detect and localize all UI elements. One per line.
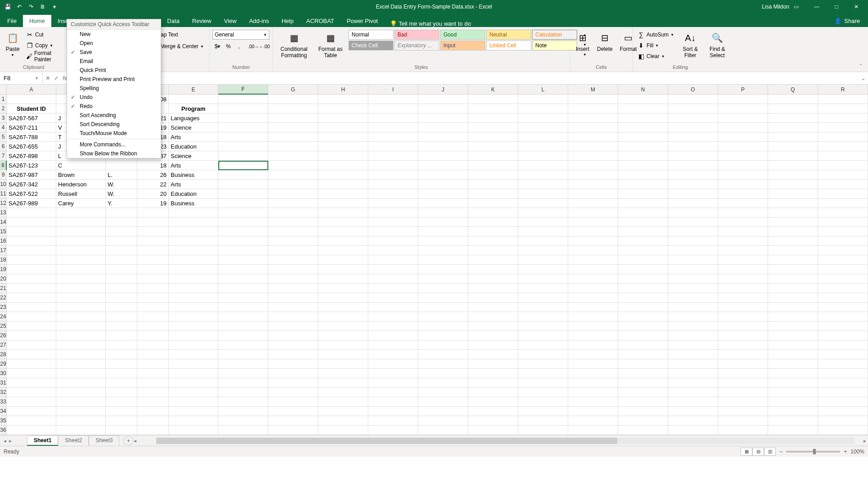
cell-L32[interactable] bbox=[518, 388, 568, 397]
cell-F32[interactable] bbox=[218, 388, 268, 397]
cell-R19[interactable] bbox=[818, 265, 868, 274]
cell-R21[interactable] bbox=[818, 284, 868, 293]
row-header-21[interactable]: 21 bbox=[0, 284, 7, 293]
cell-C8[interactable] bbox=[106, 161, 137, 170]
cell-G8[interactable] bbox=[268, 161, 318, 170]
cell-Q1[interactable] bbox=[768, 95, 818, 104]
cell-K27[interactable] bbox=[468, 340, 518, 350]
cell-A3[interactable]: SA267-567 bbox=[7, 113, 56, 123]
cell-D17[interactable] bbox=[137, 246, 169, 255]
cell-R34[interactable] bbox=[818, 407, 868, 416]
cell-F2[interactable] bbox=[218, 104, 268, 113]
zoom-in-button[interactable]: + bbox=[844, 448, 847, 455]
cell-J31[interactable] bbox=[418, 378, 468, 388]
cell-A29[interactable] bbox=[7, 359, 56, 369]
cell-P34[interactable] bbox=[718, 407, 768, 416]
cell-C18[interactable] bbox=[106, 255, 137, 265]
row-header-29[interactable]: 29 bbox=[0, 359, 7, 369]
cell-A22[interactable] bbox=[7, 293, 56, 303]
cell-M35[interactable] bbox=[568, 416, 618, 426]
cell-H18[interactable] bbox=[318, 255, 368, 265]
cell-I14[interactable] bbox=[368, 217, 418, 227]
cell-D31[interactable] bbox=[137, 378, 169, 388]
cell-E29[interactable] bbox=[169, 359, 218, 369]
cell-M11[interactable] bbox=[568, 189, 618, 199]
cell-F30[interactable] bbox=[218, 369, 268, 378]
cell-P26[interactable] bbox=[718, 331, 768, 340]
cell-D12[interactable]: 19 bbox=[137, 199, 169, 208]
cell-H19[interactable] bbox=[318, 265, 368, 274]
cell-P11[interactable] bbox=[718, 189, 768, 199]
cell-G6[interactable] bbox=[268, 142, 318, 151]
cell-L35[interactable] bbox=[518, 416, 568, 426]
cell-P12[interactable] bbox=[718, 199, 768, 208]
cell-N7[interactable] bbox=[618, 151, 668, 161]
cell-G16[interactable] bbox=[268, 236, 318, 246]
cell-F33[interactable] bbox=[218, 397, 268, 407]
cell-Q4[interactable] bbox=[768, 123, 818, 132]
cell-A15[interactable] bbox=[7, 227, 56, 236]
cell-R9[interactable] bbox=[818, 170, 868, 180]
style-bad[interactable]: Bad bbox=[394, 30, 439, 40]
cell-B26[interactable] bbox=[56, 331, 106, 340]
qat-item-redo[interactable]: ✓Redo bbox=[67, 102, 161, 111]
cell-E5[interactable]: Arts bbox=[169, 132, 218, 142]
cell-E33[interactable] bbox=[169, 397, 218, 407]
cell-I15[interactable] bbox=[368, 227, 418, 236]
cell-E7[interactable]: Science bbox=[169, 151, 218, 161]
cell-I17[interactable] bbox=[368, 246, 418, 255]
cell-L3[interactable] bbox=[518, 113, 568, 123]
tab-help[interactable]: Help bbox=[275, 15, 300, 27]
cell-G22[interactable] bbox=[268, 293, 318, 303]
cell-N25[interactable] bbox=[618, 322, 668, 331]
cell-J3[interactable] bbox=[418, 113, 468, 123]
cell-B16[interactable] bbox=[56, 236, 106, 246]
cell-Q33[interactable] bbox=[768, 397, 818, 407]
cell-E35[interactable] bbox=[169, 416, 218, 426]
cell-O7[interactable] bbox=[668, 151, 718, 161]
cell-E32[interactable] bbox=[169, 388, 218, 397]
cell-E30[interactable] bbox=[169, 369, 218, 378]
cell-A36[interactable] bbox=[7, 426, 56, 435]
cell-B22[interactable] bbox=[56, 293, 106, 303]
cell-O36[interactable] bbox=[668, 426, 718, 435]
row-header-27[interactable]: 27 bbox=[0, 340, 7, 350]
fill-button[interactable]: ⬇Fill▼ bbox=[636, 41, 676, 50]
cell-A35[interactable] bbox=[7, 416, 56, 426]
cell-B13[interactable] bbox=[56, 208, 106, 217]
cell-K12[interactable] bbox=[468, 199, 518, 208]
cell-L18[interactable] bbox=[518, 255, 568, 265]
row-header-7[interactable]: 7 bbox=[0, 151, 7, 161]
cell-G17[interactable] bbox=[268, 246, 318, 255]
cell-P35[interactable] bbox=[718, 416, 768, 426]
cell-O15[interactable] bbox=[668, 227, 718, 236]
row-header-33[interactable]: 33 bbox=[0, 397, 7, 407]
cell-G11[interactable] bbox=[268, 189, 318, 199]
cell-P33[interactable] bbox=[718, 397, 768, 407]
cell-I12[interactable] bbox=[368, 199, 418, 208]
cell-D11[interactable]: 20 bbox=[137, 189, 169, 199]
cell-P10[interactable] bbox=[718, 180, 768, 189]
cell-K29[interactable] bbox=[468, 359, 518, 369]
cell-E22[interactable] bbox=[169, 293, 218, 303]
style-explanatory[interactable]: Explanatory ... bbox=[394, 41, 439, 50]
cell-K2[interactable] bbox=[468, 104, 518, 113]
cell-Q32[interactable] bbox=[768, 388, 818, 397]
cell-H34[interactable] bbox=[318, 407, 368, 416]
conditional-formatting-button[interactable]: ▦Conditional Formatting bbox=[276, 30, 312, 59]
cell-I27[interactable] bbox=[368, 340, 418, 350]
cell-M12[interactable] bbox=[568, 199, 618, 208]
cell-M17[interactable] bbox=[568, 246, 618, 255]
zoom-thumb[interactable] bbox=[813, 449, 816, 454]
cell-O22[interactable] bbox=[668, 293, 718, 303]
share-button[interactable]: 👤 Share bbox=[826, 15, 868, 27]
cell-B28[interactable] bbox=[56, 350, 106, 359]
cell-D21[interactable] bbox=[137, 284, 169, 293]
cell-N31[interactable] bbox=[618, 378, 668, 388]
row-header-5[interactable]: 5 bbox=[0, 132, 7, 142]
cell-I4[interactable] bbox=[368, 123, 418, 132]
cell-C14[interactable] bbox=[106, 217, 137, 227]
cell-R13[interactable] bbox=[818, 208, 868, 217]
cell-B10[interactable]: Henderson bbox=[56, 180, 106, 189]
cell-D28[interactable] bbox=[137, 350, 169, 359]
